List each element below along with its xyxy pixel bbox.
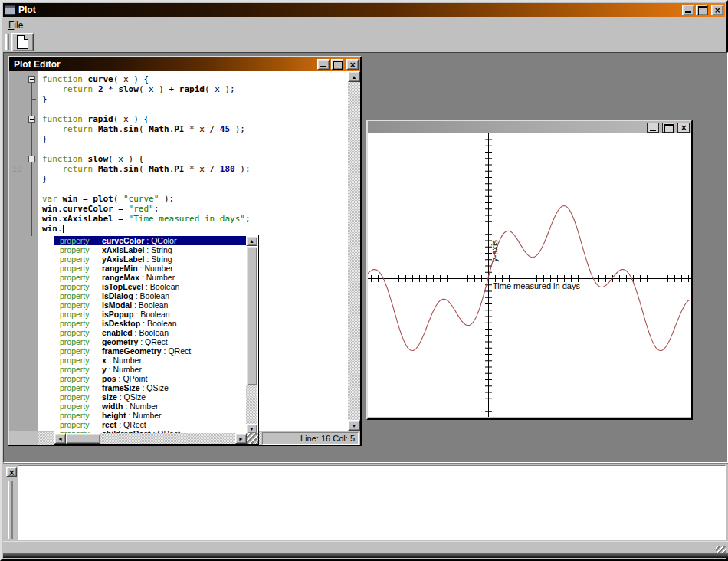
arrow-up-icon	[352, 74, 357, 80]
autocomplete-item-frameSize[interactable]: propertyframeSize : QSize	[54, 383, 247, 392]
item-kind: property	[54, 383, 102, 392]
popup-scroll-up-button[interactable]	[246, 236, 257, 246]
editor-vscrollbar[interactable]	[348, 71, 360, 431]
window-bottom-border	[3, 553, 728, 558]
item-type: : Boolean	[140, 319, 176, 328]
popup-vscroll-trough[interactable]	[246, 385, 257, 424]
item-name: isModal	[102, 300, 132, 310]
output-console[interactable]	[18, 465, 726, 540]
autocomplete-item-rect[interactable]: propertyrect : QRect	[54, 420, 247, 429]
main-titlebar[interactable]: Plot	[3, 3, 725, 17]
editor-maximize-button[interactable]	[331, 59, 343, 70]
popup-vscroll-thumb[interactable]	[246, 246, 257, 385]
item-kind: property	[54, 273, 102, 282]
editor-window-controls	[317, 59, 359, 70]
plot-minimize-button[interactable]	[647, 123, 659, 133]
item-name: pos	[102, 374, 116, 383]
plot-application-window: Plot File y-axis Time measured in days	[0, 0, 728, 561]
code-line	[42, 144, 348, 154]
vscroll-trough[interactable]	[348, 82, 360, 420]
y-axis-label: y-axis	[490, 240, 499, 262]
new-file-icon	[17, 35, 28, 49]
autocomplete-item-geometry[interactable]: propertygeometry : QRect	[54, 337, 247, 346]
autocomplete-item-pos[interactable]: propertypos : QPoint	[54, 374, 247, 383]
item-type: : Boolean	[133, 291, 169, 300]
autocomplete-item-isDesktop[interactable]: propertyisDesktop : Boolean	[54, 319, 247, 328]
item-kind: property	[54, 374, 102, 383]
fold-end-tick	[31, 179, 36, 179]
editor-minimize-button[interactable]	[317, 59, 330, 70]
autocomplete-item-isPopup[interactable]: propertyisPopup : Boolean	[54, 310, 247, 319]
item-type: : QRect	[138, 337, 168, 346]
autocomplete-item-rangeMin[interactable]: propertyrangeMin : Number	[54, 264, 247, 273]
autocomplete-item-isModal[interactable]: propertyisModal : Boolean	[54, 300, 247, 310]
scroll-down-button[interactable]	[348, 420, 360, 431]
output-dock	[3, 463, 728, 541]
dock-drag-handle[interactable]	[8, 481, 13, 539]
autocomplete-item-x[interactable]: propertyx : Number	[54, 356, 247, 365]
autocomplete-item-rangeMax[interactable]: propertyrangeMax : Number	[54, 273, 247, 282]
item-kind: property	[54, 310, 102, 319]
scroll-up-button[interactable]	[348, 71, 360, 82]
status-bar	[3, 541, 728, 558]
popup-scroll-left-button[interactable]	[54, 433, 66, 444]
item-kind: property	[54, 319, 102, 328]
code-line: function curve( x ) {	[42, 74, 348, 84]
plot-close-button[interactable]	[677, 123, 690, 133]
autocomplete-item-yAxisLabel[interactable]: propertyyAxisLabel : String	[54, 254, 247, 264]
code-line: function slow( x ) {	[42, 154, 348, 164]
popup-scroll-right-button[interactable]	[235, 433, 247, 444]
autocomplete-list: propertycurveColor : QColorpropertyxAxis…	[54, 236, 247, 434]
autocomplete-item-frameGeometry[interactable]: propertyframeGeometry : QRect	[54, 346, 247, 356]
plot-window-controls	[645, 123, 690, 133]
minimize-button[interactable]	[682, 5, 694, 15]
popup-hscroll-trough[interactable]	[100, 433, 235, 444]
close-icon	[349, 57, 355, 71]
code-line: win.curveColor = "red";	[42, 204, 348, 214]
item-kind: property	[54, 356, 102, 365]
autocomplete-item-curveColor[interactable]: propertycurveColor : QColor	[54, 236, 247, 245]
autocomplete-item-y[interactable]: propertyy : Number	[54, 365, 247, 374]
fold-collapse-box[interactable]	[28, 156, 35, 162]
toolbar-handle[interactable]	[5, 34, 9, 50]
autocomplete-popup: propertycurveColor : QColorpropertyxAxis…	[54, 235, 259, 445]
code-line: var win = plot( "curve" );	[42, 194, 348, 204]
popup-hscroll-thumb[interactable]	[66, 433, 100, 444]
autocomplete-item-xAxisLabel[interactable]: propertyxAxisLabel : String	[54, 245, 247, 254]
dock-close-button[interactable]	[6, 467, 17, 477]
fold-end-tick	[31, 139, 36, 139]
autocomplete-item-size[interactable]: propertysize : QSize	[54, 392, 247, 402]
item-kind: property	[54, 365, 102, 374]
item-kind: property	[54, 328, 102, 337]
autocomplete-item-isTopLevel[interactable]: propertyisTopLevel : Boolean	[54, 282, 247, 291]
close-icon	[680, 120, 686, 134]
plot-window-titlebar[interactable]	[368, 121, 691, 133]
item-type: : QRect	[116, 420, 146, 429]
plot-maximize-button[interactable]	[662, 123, 674, 133]
editor-titlebar[interactable]: Plot Editor	[9, 57, 360, 71]
new-file-button[interactable]	[11, 33, 34, 51]
popup-vscrollbar[interactable]	[246, 236, 257, 434]
autocomplete-item-height[interactable]: propertyheight : Number	[54, 411, 247, 420]
menu-file[interactable]: File	[3, 18, 28, 32]
arrow-up-icon	[249, 238, 254, 244]
code-line: function rapid( x ) {	[42, 114, 348, 124]
item-name: rangeMin	[102, 264, 138, 273]
item-type: : String	[144, 254, 172, 264]
item-kind: property	[54, 282, 102, 291]
editor-close-button[interactable]	[346, 59, 359, 70]
item-kind: property	[54, 236, 102, 245]
autocomplete-item-enabled[interactable]: propertyenabled : Boolean	[54, 328, 247, 337]
maximize-button[interactable]	[696, 5, 708, 15]
item-name: curveColor	[102, 236, 144, 245]
item-name: yAxisLabel	[102, 254, 144, 264]
popup-resize-grip[interactable]	[247, 433, 258, 444]
fold-collapse-box[interactable]	[28, 76, 35, 83]
fold-collapse-box[interactable]	[28, 116, 35, 123]
autocomplete-item-width[interactable]: propertywidth : Number	[54, 402, 247, 411]
close-button[interactable]	[711, 5, 723, 15]
item-type: : QPoint	[116, 374, 148, 383]
item-type: : String	[144, 245, 172, 254]
autocomplete-item-isDialog[interactable]: propertyisDialog : Boolean	[54, 291, 247, 300]
popup-hscrollbar[interactable]	[54, 433, 258, 444]
